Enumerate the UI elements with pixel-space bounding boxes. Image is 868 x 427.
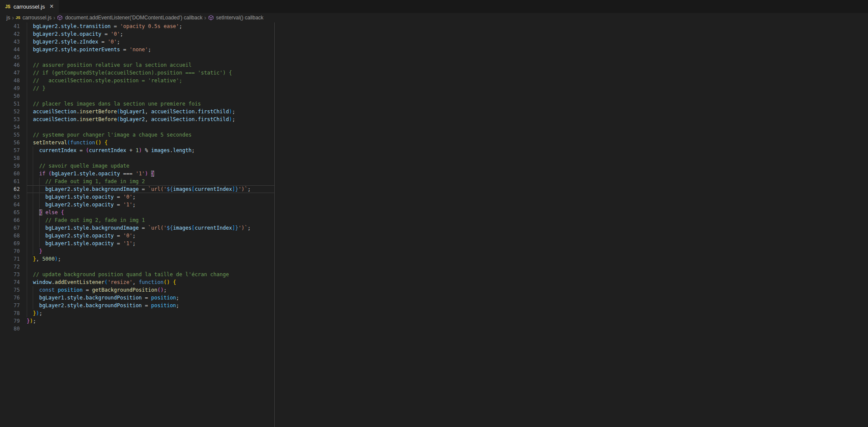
code-line[interactable]: 65 } else {	[0, 209, 274, 216]
breadcrumb-item-folder-js[interactable]: js	[6, 15, 10, 21]
code-line-content[interactable]: // update background position quand la t…	[27, 271, 274, 278]
line-number[interactable]: 73	[0, 271, 27, 278]
line-number[interactable]: 58	[0, 154, 27, 162]
code-line-content[interactable]: bgLayer2.style.transition = 'opacity 0.5…	[27, 22, 274, 30]
code-line-content[interactable]: bgLayer1.style.backgroundImage = `url('$…	[27, 224, 274, 232]
line-number[interactable]: 49	[0, 84, 27, 92]
code-line-content[interactable]: if (bgLayer1.style.opacity === '1') {	[27, 170, 274, 178]
breadcrumb-item-symbol-domcontentloaded[interactable]: document.addEventListener('DOMContentLoa…	[57, 15, 202, 21]
code-line[interactable]: 76 bgLayer1.style.backgroundPosition = p…	[0, 294, 274, 302]
code-line[interactable]: 66 // Fade out img 2, fade in img 1	[0, 216, 274, 224]
code-line-content[interactable]	[27, 53, 274, 61]
code-line-content[interactable]: // accueilSection.style.position = 'rela…	[27, 77, 274, 84]
code-line[interactable]: 52 accueilSection.insertBefore(bgLayer1,…	[0, 108, 274, 115]
code-line[interactable]: 63 bgLayer1.style.opacity = '0';	[0, 193, 274, 201]
line-number[interactable]: 60	[0, 170, 27, 178]
line-number[interactable]: 78	[0, 309, 27, 317]
code-line-content[interactable]: // placer les images dans la section une…	[27, 100, 274, 108]
code-line-content[interactable]: bgLayer1.style.opacity = '1';	[27, 240, 274, 247]
breadcrumb-item-symbol-setinterval[interactable]: setInterval() callback	[208, 15, 264, 21]
code-line[interactable]: 69 bgLayer1.style.opacity = '1';	[0, 240, 274, 247]
code-line[interactable]: 74 window.addEventListener('resize', fun…	[0, 278, 274, 286]
line-number[interactable]: 43	[0, 38, 27, 46]
line-number[interactable]: 70	[0, 247, 27, 255]
code-line[interactable]: 43 bgLayer2.style.zIndex = '0';	[0, 38, 274, 46]
code-line-content[interactable]	[27, 92, 274, 100]
code-line[interactable]: 71 }, 5000);	[0, 255, 274, 263]
code-line-content[interactable]: }	[27, 247, 274, 255]
code-line[interactable]: 53 accueilSection.insertBefore(bgLayer2,…	[0, 115, 274, 123]
line-number[interactable]: 41	[0, 22, 27, 30]
line-number[interactable]: 66	[0, 216, 27, 224]
line-number[interactable]: 55	[0, 131, 27, 139]
line-number[interactable]: 53	[0, 115, 27, 123]
code-line-content[interactable]: accueilSection.insertBefore(bgLayer1, ac…	[27, 108, 274, 115]
code-line[interactable]: 60 if (bgLayer1.style.opacity === '1') {	[0, 170, 274, 178]
code-line-content[interactable]: // }	[27, 84, 274, 92]
line-number[interactable]: 57	[0, 146, 27, 154]
code-line[interactable]: 46 // assurer position relative sur la s…	[0, 61, 274, 69]
code-line-content[interactable]: } else {	[27, 209, 274, 216]
line-number[interactable]: 47	[0, 69, 27, 77]
code-line[interactable]: 62 bgLayer2.style.backgroundImage = `url…	[0, 185, 274, 193]
code-line[interactable]: 57 currentIndex = (currentIndex + 1) % i…	[0, 146, 274, 154]
line-number[interactable]: 54	[0, 123, 27, 131]
code-line-content[interactable]: });	[27, 309, 274, 317]
line-number[interactable]: 80	[0, 325, 27, 333]
code-line-content[interactable]: accueilSection.insertBefore(bgLayer2, ac…	[27, 115, 274, 123]
close-icon[interactable]: ×	[50, 3, 53, 10]
code-line-content[interactable]: // systeme pour changer l'image a chaque…	[27, 131, 274, 139]
code-line-content[interactable]: // Fade out img 1, fade in img 2	[27, 178, 274, 185]
code-line[interactable]: 50	[0, 92, 274, 100]
line-number[interactable]: 62	[0, 185, 27, 193]
code-line[interactable]: 54	[0, 123, 274, 131]
code-line-content[interactable]: // Fade out img 2, fade in img 1	[27, 216, 274, 224]
line-number[interactable]: 56	[0, 139, 27, 146]
code-line[interactable]: 80	[0, 325, 274, 333]
code-line[interactable]: 41 bgLayer2.style.transition = 'opacity …	[0, 22, 274, 30]
line-number[interactable]: 65	[0, 209, 27, 216]
line-number[interactable]: 75	[0, 286, 27, 294]
line-number[interactable]: 61	[0, 178, 27, 185]
code-line-content[interactable]: bgLayer2.style.backgroundPosition = posi…	[27, 302, 274, 309]
code-line-content[interactable]: bgLayer2.style.opacity = '1';	[27, 201, 274, 209]
line-number[interactable]: 72	[0, 263, 27, 271]
code-line[interactable]: 47 // if (getComputedStyle(accueilSectio…	[0, 69, 274, 77]
code-line-content[interactable]: }, 5000);	[27, 255, 274, 263]
code-line[interactable]: 64 bgLayer2.style.opacity = '1';	[0, 201, 274, 209]
code-line[interactable]: 67 bgLayer1.style.backgroundImage = `url…	[0, 224, 274, 232]
code-line-content[interactable]: bgLayer2.style.zIndex = '0';	[27, 38, 274, 46]
code-line-content[interactable]	[27, 325, 274, 333]
code-line-content[interactable]: bgLayer2.style.opacity = '0';	[27, 30, 274, 38]
code-line[interactable]: 44 bgLayer2.style.pointerEvents = 'none'…	[0, 46, 274, 53]
code-line[interactable]: 79});	[0, 317, 274, 325]
line-number[interactable]: 64	[0, 201, 27, 209]
code-line-content[interactable]: bgLayer1.style.backgroundPosition = posi…	[27, 294, 274, 302]
code-line-content[interactable]: bgLayer2.style.backgroundImage = `url('$…	[27, 185, 274, 193]
code-line-content[interactable]: bgLayer2.style.pointerEvents = 'none';	[27, 46, 274, 53]
line-number[interactable]: 79	[0, 317, 27, 325]
code-line-content[interactable]: // assurer position relative sur la sect…	[27, 61, 274, 69]
code-line[interactable]: 59 // savoir quelle image update	[0, 162, 274, 170]
code-line[interactable]: 75 const position = getBackgroundPositio…	[0, 286, 274, 294]
code-line[interactable]: 42 bgLayer2.style.opacity = '0';	[0, 30, 274, 38]
code-line[interactable]: 58	[0, 154, 274, 162]
code-line[interactable]: 77 bgLayer2.style.backgroundPosition = p…	[0, 302, 274, 309]
line-number[interactable]: 44	[0, 46, 27, 53]
code-line-content[interactable]: setInterval(function() {	[27, 139, 274, 146]
breadcrumb-item-file-carroussel[interactable]: JScarroussel.js	[16, 15, 51, 21]
tab-carroussel-js[interactable]: JS carroussel.js ×	[0, 0, 59, 13]
code-line-content[interactable]: });	[27, 317, 274, 325]
code-line-content[interactable]	[27, 123, 274, 131]
line-number[interactable]: 52	[0, 108, 27, 115]
code-line[interactable]: 61 // Fade out img 1, fade in img 2	[0, 178, 274, 185]
line-number[interactable]: 51	[0, 100, 27, 108]
code-line[interactable]: 56 setInterval(function() {	[0, 139, 274, 146]
line-number[interactable]: 76	[0, 294, 27, 302]
code-line[interactable]: 51 // placer les images dans la section …	[0, 100, 274, 108]
code-line-content[interactable]	[27, 154, 274, 162]
code-pane[interactable]: 41 bgLayer2.style.transition = 'opacity …	[0, 22, 274, 427]
line-number[interactable]: 67	[0, 224, 27, 232]
code-line[interactable]: 70 }	[0, 247, 274, 255]
line-number[interactable]: 42	[0, 30, 27, 38]
